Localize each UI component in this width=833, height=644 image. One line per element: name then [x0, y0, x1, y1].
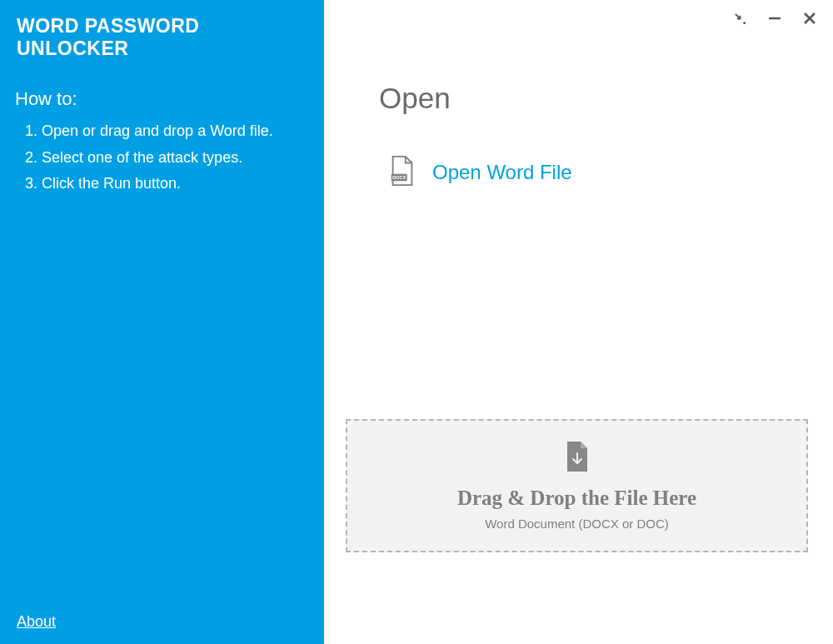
- window-controls: [731, 10, 818, 27]
- svg-point-0: [743, 22, 746, 24]
- file-download-icon: [566, 442, 589, 480]
- minimize-icon[interactable]: [766, 10, 783, 27]
- main-panel: Open DOCX Open Word File: [324, 0, 833, 644]
- howto-step: Open or drag and drop a Word file.: [42, 118, 307, 145]
- about-link[interactable]: About: [17, 613, 56, 631]
- howto-title: How to:: [15, 88, 307, 110]
- howto-step: Click the Run button.: [42, 171, 307, 197]
- open-file-button[interactable]: DOCX Open Word File: [389, 155, 778, 190]
- open-file-label: Open Word File: [432, 161, 572, 184]
- dropzone-subtitle: Word Document (DOCX or DOC): [485, 517, 669, 531]
- howto-step: Select one of the attack types.: [42, 145, 307, 172]
- svg-text:DOCX: DOCX: [392, 175, 407, 180]
- dropzone-title: Drag & Drop the File Here: [457, 487, 696, 510]
- collapse-icon[interactable]: [731, 10, 748, 27]
- howto-list: Open or drag and drop a Word file. Selec…: [17, 118, 307, 197]
- close-icon[interactable]: [801, 10, 818, 27]
- app-title: WORD PASSWORD UNLOCKER: [17, 15, 307, 60]
- sidebar: WORD PASSWORD UNLOCKER How to: Open or d…: [0, 0, 324, 644]
- content-area: Open DOCX Open Word File: [324, 0, 833, 215]
- dropzone[interactable]: Drag & Drop the File Here Word Document …: [346, 419, 808, 552]
- document-icon: DOCX: [389, 155, 416, 190]
- open-heading: Open: [379, 82, 778, 115]
